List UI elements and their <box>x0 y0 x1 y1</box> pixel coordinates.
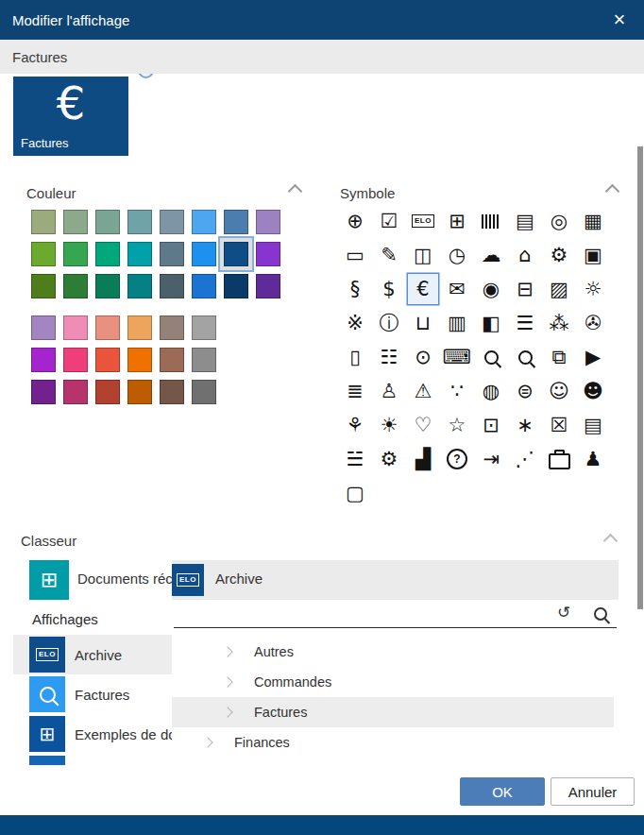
bar-chart-icon[interactable]: ▟ <box>408 444 438 474</box>
question-circle-icon[interactable]: ? <box>442 444 472 474</box>
preview-tile[interactable]: € Factures <box>13 77 128 156</box>
color-swatch[interactable] <box>63 210 88 234</box>
color-swatch[interactable] <box>95 210 120 234</box>
recent-documents-label[interactable]: Documents récen <box>77 571 172 587</box>
color-swatch[interactable] <box>160 274 184 298</box>
globe-grid-icon[interactable]: ⊜ <box>510 376 540 406</box>
cat-face-icon[interactable]: ☻ <box>578 376 608 406</box>
info-circle-icon[interactable]: ⓘ <box>374 308 404 338</box>
magnifier-icon[interactable] <box>476 342 506 372</box>
recent-documents-tile-icon[interactable]: ⊞ <box>29 560 69 600</box>
color-swatch[interactable] <box>160 380 184 404</box>
person-icon[interactable]: ♙ <box>374 376 404 406</box>
close-icon[interactable]: × <box>601 0 638 40</box>
tree-item-factures[interactable]: Factures <box>172 697 614 727</box>
monitor-user-icon[interactable]: ⊡ <box>476 410 506 440</box>
play-button-icon[interactable]: ▶ <box>578 342 608 372</box>
box-eye-icon[interactable]: ⊙ <box>408 342 438 372</box>
color-swatch[interactable] <box>63 274 88 298</box>
checkbox-checked-icon[interactable]: ☑ <box>374 206 404 236</box>
exit-door-icon[interactable]: ⇥ <box>476 444 506 474</box>
color-swatch[interactable] <box>31 242 56 266</box>
color-swatch[interactable] <box>127 210 152 234</box>
euro-sign-icon[interactable]: € <box>408 274 438 304</box>
star-outline-icon[interactable]: ☆ <box>442 410 472 440</box>
cloud-icon[interactable]: ☁ <box>476 240 506 270</box>
copy-documents-icon[interactable]: ⧉ <box>544 342 574 372</box>
gears-icon[interactable]: ⚙ <box>544 240 574 270</box>
sun-burst-icon[interactable]: ☀ <box>374 410 404 440</box>
color-swatch[interactable] <box>127 380 152 404</box>
notebook-icon[interactable]: ▯ <box>340 342 370 372</box>
credit-card-icon[interactable]: ▭ <box>340 240 370 270</box>
color-swatch[interactable] <box>256 210 280 234</box>
barcode-icon[interactable] <box>476 206 506 236</box>
ok-button[interactable]: OK <box>460 777 545 806</box>
calendar-grid-icon[interactable]: ▦ <box>578 206 608 236</box>
color-swatch[interactable] <box>192 274 216 298</box>
cancel-button[interactable]: Annuler <box>551 777 635 806</box>
color-swatch[interactable] <box>192 380 216 404</box>
color-swatch[interactable] <box>160 210 184 234</box>
ruler-lines-icon[interactable]: ☱ <box>340 444 370 474</box>
book-bookmark-icon[interactable]: ▤ <box>510 206 540 236</box>
briefcase-icon[interactable] <box>544 444 574 474</box>
inbox-tray-icon[interactable]: ⊔ <box>408 308 438 338</box>
color-swatch[interactable] <box>192 242 216 266</box>
text-card-icon[interactable]: ▤ <box>578 410 608 440</box>
color-swatch[interactable] <box>95 348 120 372</box>
color-swatch[interactable] <box>192 315 216 340</box>
speech-idea-balloon-icon[interactable]: ◉ <box>476 274 506 304</box>
color-swatch[interactable] <box>31 210 56 234</box>
color-swatch[interactable] <box>95 274 120 298</box>
section-paragraph-icon[interactable]: § <box>340 274 370 304</box>
color-swatch[interactable] <box>127 348 152 372</box>
color-swatch[interactable] <box>95 380 120 404</box>
surveillance-camera-icon[interactable]: ✇ <box>578 308 608 338</box>
folder-icon[interactable]: ⊟ <box>510 274 540 304</box>
lightbulb-icon[interactable]: ☼ <box>578 274 608 304</box>
color-swatch[interactable] <box>160 348 184 372</box>
heart-outline-icon[interactable]: ♡ <box>408 410 438 440</box>
color-swatch[interactable] <box>63 348 88 372</box>
view-item-factures[interactable]: Factures <box>13 674 172 714</box>
color-swatch[interactable] <box>63 242 88 266</box>
globe-earth-icon[interactable]: ◍ <box>476 376 506 406</box>
list-checked-icon[interactable]: ≣ <box>340 376 370 406</box>
org-hierarchy-icon[interactable]: ∵ <box>442 376 472 406</box>
color-swatch[interactable] <box>95 242 120 266</box>
collapse-symbole-button[interactable] <box>602 181 621 200</box>
color-swatch[interactable] <box>224 274 248 298</box>
monkey-face-icon[interactable]: ☺ <box>544 376 574 406</box>
envelope-icon[interactable]: ✉ <box>442 274 472 304</box>
color-swatch[interactable] <box>127 274 152 298</box>
scanner-icon[interactable]: ⌨ <box>442 342 472 372</box>
refresh-icon[interactable]: ↺ <box>557 603 570 622</box>
stats-dots-icon[interactable]: ⋰ <box>510 444 540 474</box>
color-swatch[interactable] <box>256 242 280 266</box>
color-swatch[interactable] <box>256 274 280 298</box>
dollar-sign-icon[interactable]: $ <box>374 274 404 304</box>
color-swatch-selected[interactable] <box>224 242 248 266</box>
scrollbar-thumb[interactable] <box>637 146 643 609</box>
color-swatch[interactable] <box>192 348 216 372</box>
gear-icon[interactable]: ⚙ <box>374 444 404 474</box>
color-swatch[interactable] <box>160 242 184 266</box>
search-icon[interactable] <box>594 607 607 624</box>
archive-drawers-icon[interactable]: ☷ <box>374 342 404 372</box>
tree-item-commandes[interactable]: Commandes <box>172 667 614 697</box>
archive-header-row[interactable]: ELO Archive <box>172 560 619 600</box>
palm-tree-icon[interactable]: ⚘ <box>340 410 370 440</box>
collapse-classeur-button[interactable] <box>601 531 619 550</box>
color-swatch[interactable] <box>31 315 56 340</box>
workflow-window-icon[interactable]: ⊞ <box>442 206 472 236</box>
person-crossed-icon[interactable]: ☒ <box>544 410 574 440</box>
picture-landscape-icon[interactable]: ▨ <box>544 274 574 304</box>
clipboard-icon[interactable]: ◫ <box>408 240 438 270</box>
tree-item-finances[interactable]: Finances <box>172 727 614 758</box>
network-nodes-icon[interactable]: ∗ <box>510 410 540 440</box>
window-frame-icon[interactable]: ▢ <box>340 478 370 508</box>
people-group-icon[interactable]: ⁂ <box>544 308 574 338</box>
elo-logo-icon[interactable]: ELO <box>408 206 438 236</box>
bank-building-icon[interactable]: ⌂ <box>510 240 540 270</box>
